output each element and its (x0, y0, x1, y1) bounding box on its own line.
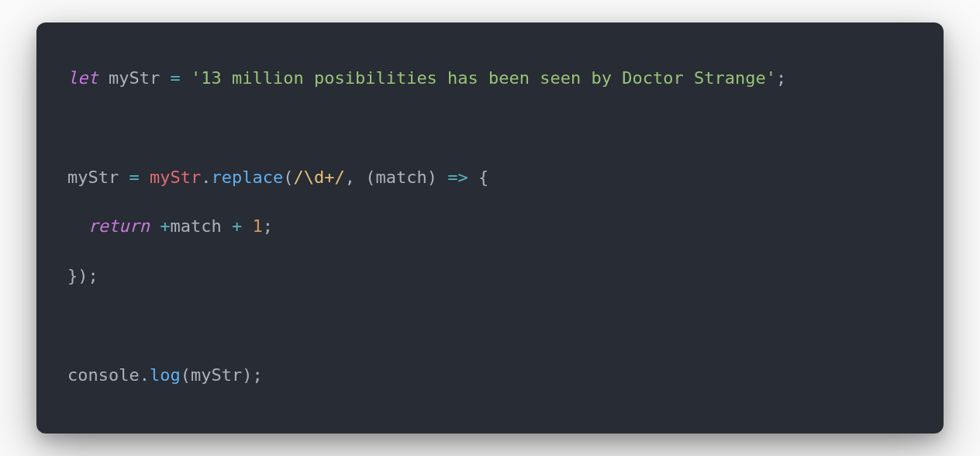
operator-equals: = (170, 68, 180, 88)
regex-literal: /\d+/ (293, 168, 344, 187)
paren-open: ( (365, 168, 375, 187)
operator-equals: = (129, 168, 139, 187)
semicolon: ; (252, 365, 262, 385)
variable-ref: match (170, 216, 221, 236)
object-console: console (67, 365, 140, 385)
number-literal: 1 (252, 216, 262, 236)
code-line-1: let myStr = '13 million posibilities has… (67, 54, 913, 103)
comma: , (345, 168, 355, 187)
brace-close: } (67, 266, 78, 285)
code-line-5: }); (67, 251, 913, 301)
paren-close: ) (78, 266, 88, 285)
dot: . (201, 168, 211, 187)
method-log: log (150, 365, 181, 385)
code-line-4: return +match + 1; (67, 202, 913, 251)
variable-ref: myStr (150, 168, 201, 187)
method-replace: replace (211, 168, 283, 187)
paren-open: ( (181, 365, 191, 385)
paren-close: ) (242, 365, 252, 385)
keyword-return: return (88, 216, 150, 236)
string-literal: '13 million posibilities has been seen b… (191, 68, 776, 88)
paren-close: ) (427, 168, 437, 187)
code-line-3: myStr = myStr.replace(/\d+/, (match) => … (67, 153, 913, 202)
semicolon: ; (263, 216, 273, 236)
keyword-let: let (67, 68, 98, 88)
code-line-blank (67, 301, 913, 351)
operator-plus: + (160, 216, 170, 236)
operator-plus: + (232, 216, 242, 236)
variable-ref: myStr (67, 168, 119, 187)
semicolon: ; (776, 68, 786, 88)
arrow-operator: => (447, 168, 468, 187)
paren-open: ( (283, 168, 293, 187)
code-line-blank (67, 103, 913, 153)
param-match: match (375, 168, 426, 187)
code-block: let myStr = '13 million posibilities has… (36, 22, 944, 434)
dot: . (140, 365, 150, 385)
brace-open: { (478, 168, 488, 187)
variable-declaration: myStr (109, 68, 160, 88)
code-line-7: console.log(myStr); (67, 351, 913, 400)
variable-ref: myStr (191, 365, 242, 385)
semicolon: ; (88, 266, 98, 285)
